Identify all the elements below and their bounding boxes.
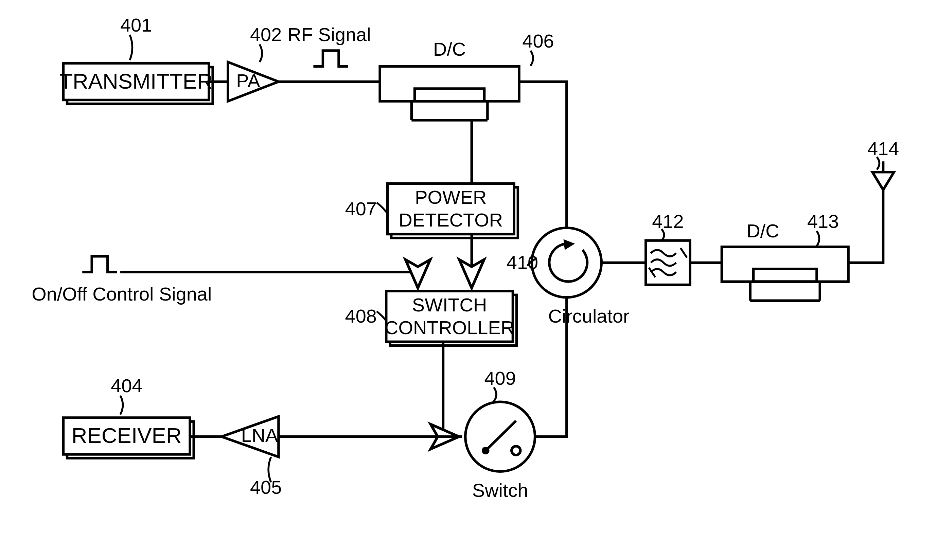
rf-signal-label: RF Signal (287, 24, 371, 66)
receiver-ref: 404 (111, 375, 142, 396)
svg-point-15 (512, 446, 521, 455)
rf-block-diagram: TRANSMITTER 401 PA 402 RF Signal D/C 406… (0, 0, 937, 560)
switch-controller-block: SWITCH CONTROLLER 408 (345, 291, 517, 345)
receiver-label: RECEIVER (72, 423, 182, 447)
power-detector-block: POWER DETECTOR 407 (345, 183, 518, 238)
svg-point-17 (532, 228, 601, 297)
lna-ref: 405 (250, 477, 282, 498)
pa-ref: 402 (250, 24, 282, 45)
power-detector-l2: DETECTOR (399, 209, 503, 231)
switch-controller-l1: SWITCH (412, 294, 487, 315)
power-detector-ref: 407 (345, 198, 377, 219)
dc2-ref: 413 (807, 211, 839, 232)
onoff-control-signal: On/Off Control Signal (32, 256, 212, 305)
dc1-label: D/C (433, 38, 466, 60)
svg-rect-22 (721, 247, 848, 282)
switch-ref: 409 (484, 368, 516, 389)
directional-coupler-1: D/C 406 (380, 30, 554, 120)
switch-controller-ref: 408 (345, 305, 377, 327)
switch: Switch 409 (465, 368, 535, 501)
svg-text:On/Off Control Signal: On/Off Control Signal (32, 283, 212, 305)
transmitter-label: TRANSMITTER (59, 69, 212, 93)
circulator-label: Circulator (548, 305, 629, 327)
svg-text:RF Signal: RF Signal (287, 24, 371, 45)
directional-coupler-2: D/C 413 (721, 211, 848, 300)
filter-ref: 412 (652, 211, 684, 232)
pa-amplifier: PA 402 (228, 24, 282, 101)
antenna-icon: 414 (868, 138, 899, 190)
bandpass-filter: 412 (646, 211, 690, 285)
receiver-block: RECEIVER 404 (63, 375, 194, 458)
antenna-ref: 414 (868, 138, 899, 159)
svg-rect-4 (380, 66, 519, 101)
svg-rect-19 (646, 240, 690, 285)
power-detector-l1: POWER (415, 186, 487, 208)
lna-label: LNA (241, 425, 278, 446)
lna-amplifier: LNA 405 (222, 416, 282, 497)
pa-label: PA (236, 70, 260, 91)
circulator-ref: 410 (507, 252, 538, 273)
dc2-label: D/C (746, 220, 779, 242)
transmitter-block: TRANSMITTER 401 (59, 14, 213, 103)
transmitter-ref: 401 (120, 14, 152, 35)
circulator: Circulator 410 (507, 228, 630, 327)
switch-label: Switch (472, 480, 528, 501)
dc1-ref: 406 (522, 30, 554, 52)
svg-marker-23 (872, 172, 894, 190)
switch-controller-l2: CONTROLLER (385, 317, 514, 338)
